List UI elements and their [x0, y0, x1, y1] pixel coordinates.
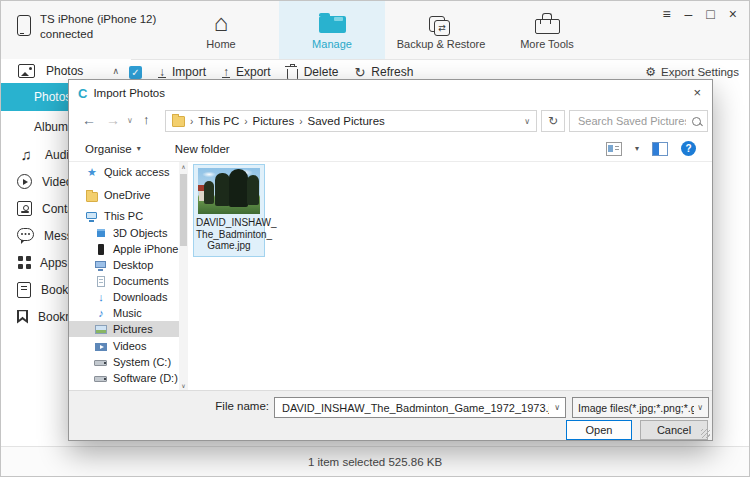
computer-icon [85, 210, 99, 223]
music-icon: ♫ [17, 147, 35, 163]
dialog-navbar: ← → ∨ ↑ › This PC › Pictures › Saved Pic… [69, 106, 712, 136]
history-chevron-icon[interactable]: ∨ [127, 116, 133, 125]
refresh-button[interactable]: ↻ Refresh [354, 65, 413, 79]
refresh-icon: ↻ [354, 66, 365, 79]
app-logo-icon: C [78, 86, 87, 101]
file-item-badminton-game[interactable]: DAVID_INSHAW_ The_Badminton_ Game.jpg [193, 164, 265, 257]
back-icon[interactable]: ← [82, 112, 96, 128]
device-name: TS iPhone (iPhone 12) [40, 12, 156, 27]
breadcrumb-saved-pictures[interactable]: Saved Pictures [307, 115, 384, 127]
search-icon[interactable] [692, 117, 701, 126]
tab-home[interactable]: ⌂ Home [173, 1, 269, 59]
file-name-input[interactable] [280, 401, 551, 415]
dialog-body: ★Quick access OneDrive This PC 3D Object… [69, 162, 712, 390]
tab-backup-restore[interactable]: ⇄ Backup & Restore [385, 1, 497, 59]
cancel-button[interactable]: Cancel [640, 420, 708, 440]
gear-icon: ⚙ [645, 65, 656, 79]
address-bar[interactable]: › This PC › Pictures › Saved Pictures ∨ [165, 110, 537, 132]
dialog-footer: File name: ∨ Image files(*.jpg;*.png;*.g… [69, 390, 712, 440]
up-icon[interactable]: ↑ [143, 112, 150, 127]
menu-icon[interactable]: ≡ [662, 6, 670, 22]
device-connection: connected [40, 27, 156, 42]
tree-scrollbar[interactable]: ∧ ∨ [179, 162, 188, 390]
view-caret-icon[interactable]: ▾ [635, 144, 639, 153]
dialog-title: Import Photos [93, 87, 165, 99]
tree-item-apple-iphone[interactable]: Apple iPhone [69, 241, 179, 257]
folder-icon [172, 116, 185, 127]
close-icon[interactable]: × [729, 6, 737, 22]
import-button[interactable]: ↓ Import [158, 65, 206, 79]
delete-button[interactable]: Delete [287, 65, 339, 80]
tree-item-3d-objects[interactable]: 3D Objects [69, 225, 179, 241]
dialog-titlebar: C Import Photos [69, 80, 712, 106]
search-box [569, 110, 708, 132]
tree-item-desktop[interactable]: Desktop [69, 257, 179, 273]
tab-manage[interactable]: Manage [279, 1, 385, 59]
export-button[interactable]: ↑ Export [222, 65, 271, 79]
search-input[interactable] [576, 114, 688, 128]
document-icon [94, 275, 108, 288]
scroll-down-icon[interactable]: ∨ [179, 382, 188, 389]
open-button[interactable]: Open [566, 420, 632, 440]
dialog-command-bar: Organise ▾ New folder ▾ ? [69, 136, 712, 162]
tree-item-system-c[interactable]: System (C:) [69, 354, 179, 370]
device-status: TS iPhone (iPhone 12) connected [17, 12, 156, 42]
select-all-checkbox[interactable]: ✓ [129, 66, 142, 79]
organise-button[interactable]: Organise ▾ [85, 143, 141, 155]
import-photos-dialog: C Import Photos × ← → ∨ ↑ › This PC › Pi… [68, 79, 713, 441]
address-refresh-button[interactable]: ↻ [541, 110, 565, 132]
resize-grip[interactable] [701, 429, 710, 438]
drive-icon [94, 356, 108, 369]
note-icon: ♪ [94, 307, 108, 320]
picture-icon [94, 323, 108, 336]
help-icon[interactable]: ? [681, 141, 696, 156]
collapse-chevron-icon[interactable]: ∧ [112, 66, 119, 76]
desktop-icon [94, 259, 108, 272]
breadcrumb-pictures[interactable]: Pictures [253, 115, 295, 127]
file-type-select[interactable]: Image files(*.jpg;*.png;*.gif;*.m ∨ [572, 397, 709, 418]
tree-item-onedrive[interactable]: OneDrive [69, 187, 179, 203]
tree-item-downloads[interactable]: ↓Downloads [69, 289, 179, 305]
scrollbar-thumb[interactable] [180, 174, 187, 246]
folder-tree: ★Quick access OneDrive This PC 3D Object… [69, 162, 179, 390]
file-type-chevron-icon: ∨ [694, 403, 706, 412]
tree-item-documents[interactable]: Documents [69, 273, 179, 289]
preview-pane-icon[interactable] [652, 142, 668, 156]
video-icon [94, 340, 108, 353]
breadcrumb-this-pc[interactable]: This PC [198, 115, 239, 127]
download-icon: ↓ [94, 291, 108, 304]
tree-item-software-d[interactable]: Software (D:) [69, 370, 179, 386]
tree-item-videos[interactable]: Videos [69, 338, 179, 354]
star-icon: ★ [85, 166, 99, 179]
dialog-close-icon[interactable]: × [693, 85, 701, 100]
iphone-icon [94, 243, 108, 256]
status-bar: 1 item selected 525.86 KB [1, 446, 749, 476]
selection-status: 1 item selected 525.86 KB [308, 456, 442, 468]
home-icon: ⌂ [214, 11, 229, 35]
toolbox-icon [535, 19, 560, 34]
tree-item-pictures[interactable]: Pictures [69, 321, 179, 337]
tree-item-this-pc[interactable]: This PC [69, 208, 179, 224]
new-folder-button[interactable]: New folder [175, 143, 230, 155]
bookmark-icon [17, 310, 28, 324]
export-icon: ↑ [222, 67, 230, 78]
tree-item-quick-access[interactable]: ★Quick access [69, 164, 179, 180]
minimize-icon[interactable]: – [685, 6, 693, 22]
play-icon [17, 174, 32, 189]
onedrive-icon [85, 189, 99, 202]
trash-icon [287, 69, 298, 80]
scroll-up-icon[interactable]: ∧ [179, 163, 188, 170]
manage-folder-icon [319, 16, 346, 33]
app-header: TS iPhone (iPhone 12) connected ⌂ Home M… [1, 1, 749, 60]
forward-icon[interactable]: → [106, 112, 120, 128]
phone-icon [17, 15, 31, 36]
file-name-chevron-icon[interactable]: ∨ [551, 403, 563, 412]
cube-icon [94, 227, 108, 240]
address-chevron-icon[interactable]: ∨ [524, 117, 530, 126]
tree-item-music[interactable]: ♪Music [69, 305, 179, 321]
file-name-combobox: ∨ [274, 397, 566, 418]
view-mode-icon[interactable] [606, 142, 622, 156]
maximize-icon[interactable]: □ [706, 6, 714, 22]
speech-bubble-icon [17, 228, 34, 241]
tab-more-tools[interactable]: More Tools [497, 1, 597, 59]
